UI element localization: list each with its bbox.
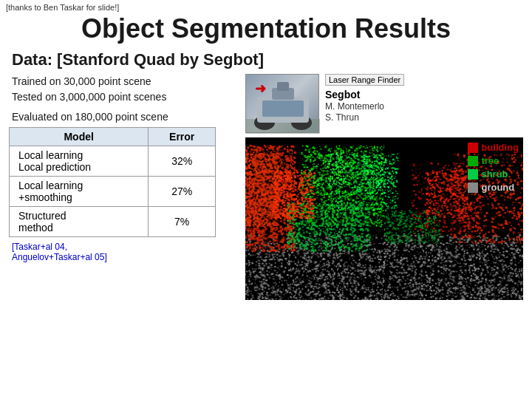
table-row: Local learningLocal prediction 32% [10, 146, 216, 177]
error-32: 32% [149, 146, 216, 177]
legend-shrub: shrub [468, 168, 519, 180]
trained-line2: Tested on 3,000,000 point scenes [12, 89, 238, 105]
building-label: building [481, 142, 519, 153]
shrub-label: shrub [481, 168, 508, 180]
tree-color-box [468, 156, 478, 166]
model-local-learning: Local learningLocal prediction [10, 146, 149, 177]
legend-ground: ground [468, 182, 519, 193]
data-heading: Data: [Stanford Quad by Segbot] [0, 50, 532, 74]
evaluated-text: Evaluated on 180,000 point scene [9, 105, 238, 127]
main-title: Object Segmentation Results [0, 12, 532, 50]
legend-tree: tree [468, 155, 519, 166]
model-local-smoothing: Local learning+smoothing [10, 177, 149, 207]
shrub-color-box [468, 169, 478, 180]
robot-info: ➜ Laser Range Finde [245, 74, 523, 133]
robot-image: ➜ [245, 74, 319, 133]
tree-label: tree [481, 155, 499, 166]
model-structured: Structuredmethod [10, 207, 149, 237]
svg-rect-5 [277, 82, 289, 91]
robot-caption: Laser Range Finder Segbot M. Montemerlo … [319, 74, 404, 123]
building-color-box [468, 143, 478, 153]
col-header-error: Error [149, 128, 216, 146]
attribution: [thanks to Ben Taskar for slide!] [0, 0, 532, 12]
pointcloud-visualization: building tree shrub ground [245, 137, 523, 300]
references: [Taskar+al 04,Anguelov+Taskar+al 05] [9, 237, 238, 262]
svg-rect-6 [262, 100, 304, 117]
robot-person2: S. Thrun [325, 112, 359, 123]
table-row: Local learning+smoothing 27% [10, 177, 216, 207]
legend: building tree shrub ground [468, 142, 519, 193]
error-7: 7% [149, 207, 216, 237]
ground-color-box [468, 183, 478, 193]
ground-label: ground [481, 182, 514, 193]
robot-name: Segbot [325, 89, 360, 100]
table-row: Structuredmethod 7% [10, 207, 216, 237]
results-table: Model Error Local learningLocal predicti… [9, 127, 216, 237]
error-27: 27% [149, 177, 216, 207]
laser-label: Laser Range Finder [325, 74, 404, 86]
robot-person1: M. Montemerlo [325, 101, 384, 112]
trained-info: Trained on 30,000 point scene Tested on … [9, 74, 238, 105]
trained-line1: Trained on 30,000 point scene [12, 74, 238, 89]
legend-building: building [468, 142, 519, 153]
col-header-model: Model [10, 128, 149, 146]
